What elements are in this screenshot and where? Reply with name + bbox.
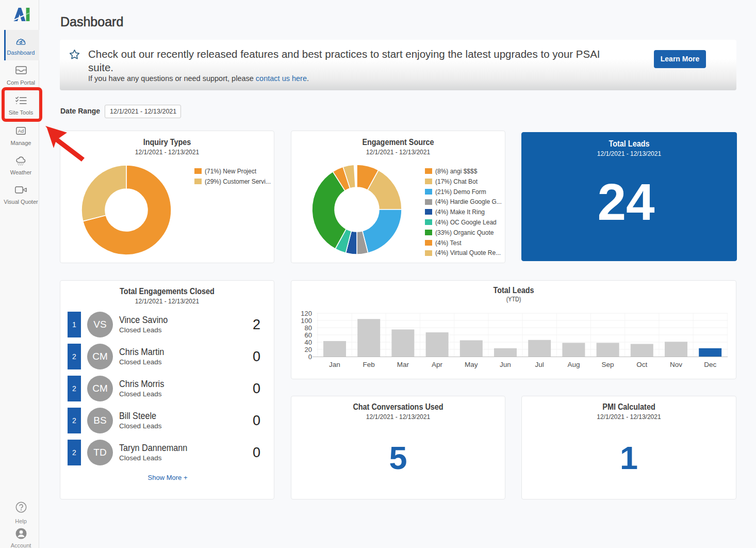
svg-text:Nov: Nov — [670, 361, 682, 368]
svg-text:100: 100 — [301, 317, 312, 325]
svg-text:Apr: Apr — [432, 361, 443, 368]
svg-text:80: 80 — [305, 324, 312, 332]
svg-text:Jun: Jun — [500, 361, 511, 368]
svg-text:Oct: Oct — [636, 361, 647, 368]
svg-text:Aug: Aug — [567, 361, 580, 368]
svg-text:Jan: Jan — [329, 361, 340, 368]
svg-text:60: 60 — [305, 331, 312, 339]
svg-text:120: 120 — [301, 310, 312, 317]
svg-text:Feb: Feb — [363, 361, 375, 368]
svg-text:20: 20 — [305, 346, 312, 353]
svg-text:Ad: Ad — [18, 128, 24, 134]
svg-text:Mar: Mar — [397, 361, 409, 368]
svg-text:May: May — [465, 361, 478, 368]
svg-text:40: 40 — [305, 339, 312, 346]
svg-text:Dec: Dec — [704, 361, 716, 368]
svg-text:Sep: Sep — [602, 361, 614, 368]
svg-text:0: 0 — [308, 353, 312, 361]
svg-text:Jul: Jul — [535, 361, 544, 368]
